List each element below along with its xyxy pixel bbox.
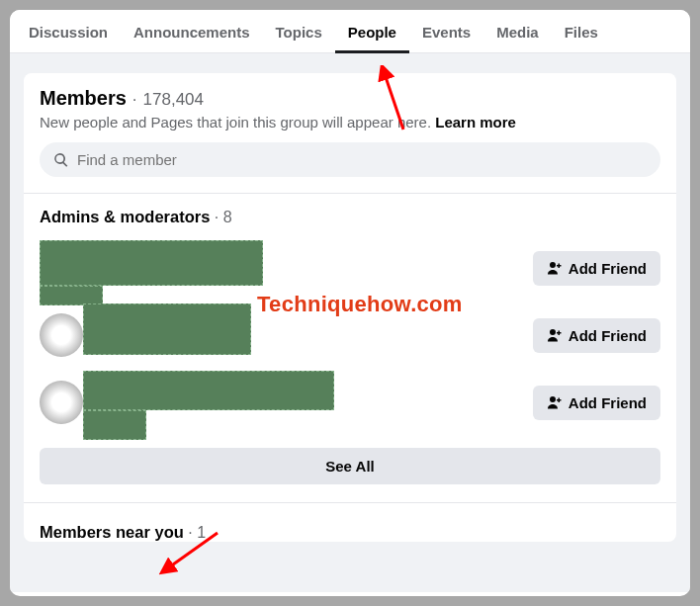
tab-bar: Discussion Announcements Topics People E… — [10, 10, 690, 53]
add-friend-icon — [547, 394, 563, 410]
members-count: 178,404 — [143, 90, 204, 110]
member-search[interactable] — [40, 142, 660, 177]
admins-count: 8 — [223, 209, 232, 225]
add-friend-button[interactable]: Add Friend — [533, 386, 660, 420]
learn-more-link[interactable]: Learn more — [435, 114, 516, 130]
tab-announcements[interactable]: Announcements — [121, 10, 263, 52]
search-input[interactable] — [77, 151, 647, 168]
near-you-section: Members near you · 1 — [24, 502, 676, 542]
redacted-member — [53, 309, 533, 361]
members-header: Members · 178,404 — [40, 87, 660, 110]
near-you-count: 1 — [197, 524, 206, 541]
admins-separator: · — [215, 209, 219, 225]
admins-heading: Admins & moderators · 8 — [40, 208, 660, 226]
admins-title: Admins & moderators — [40, 208, 210, 225]
add-friend-button[interactable]: Add Friend — [533, 318, 660, 353]
admins-section: Admins & moderators · 8 Add — [24, 194, 676, 436]
add-friend-label: Add Friend — [569, 327, 647, 344]
near-you-separator: · — [188, 524, 192, 541]
admin-row[interactable]: Add Friend — [40, 369, 660, 436]
add-friend-label: Add Friend — [569, 260, 647, 277]
admin-row[interactable]: Add Friend — [40, 234, 660, 302]
members-title: Members — [40, 87, 127, 110]
add-friend-icon — [547, 260, 563, 276]
search-icon — [53, 152, 69, 168]
redacted-member — [40, 242, 533, 294]
tab-events[interactable]: Events — [409, 10, 483, 52]
app-window: Discussion Announcements Topics People E… — [10, 10, 690, 596]
members-card: Members · 178,404 New people and Pages t… — [24, 73, 676, 542]
tab-people[interactable]: People — [335, 10, 409, 52]
admins-list: Add Friend Add Friend — [40, 234, 660, 436]
add-friend-button[interactable]: Add Friend — [533, 251, 660, 286]
page-body: Members · 178,404 New people and Pages t… — [10, 53, 690, 592]
admin-row[interactable]: Add Friend — [40, 302, 660, 369]
tab-files[interactable]: Files — [552, 10, 611, 52]
redacted-member — [53, 377, 533, 428]
near-you-title: Members near you — [40, 523, 184, 541]
tab-discussion[interactable]: Discussion — [16, 10, 121, 52]
members-subtitle: New people and Pages that join this grou… — [40, 114, 431, 130]
tab-media[interactable]: Media — [483, 10, 552, 52]
members-subtitle-row: New people and Pages that join this grou… — [40, 114, 660, 130]
see-all-button[interactable]: See All — [40, 448, 660, 484]
tab-topics[interactable]: Topics — [263, 10, 335, 52]
add-friend-icon — [547, 327, 563, 343]
members-separator: · — [132, 90, 137, 110]
add-friend-label: Add Friend — [569, 394, 647, 411]
